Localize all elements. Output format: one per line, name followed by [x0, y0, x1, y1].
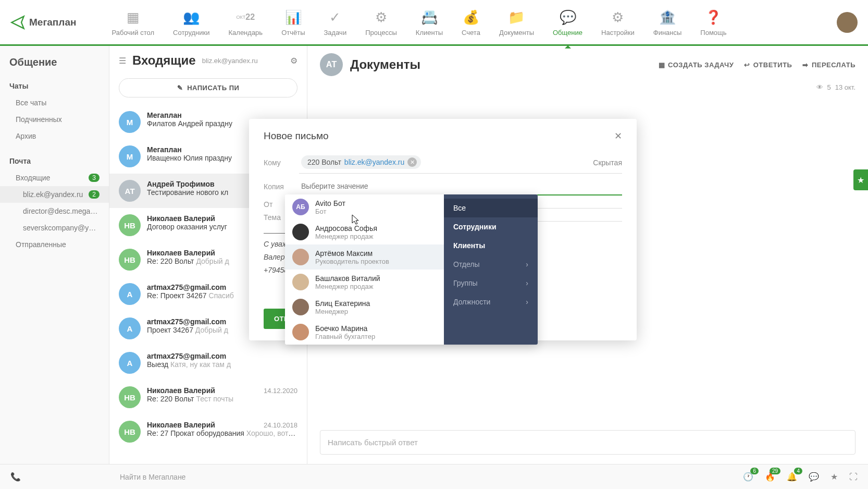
contact-item[interactable]: Андросова СофьяМенеджер продаж [285, 219, 444, 244]
mail-avatar: НВ [119, 214, 141, 236]
bcc-toggle[interactable]: Скрытая [593, 158, 622, 167]
sidebar-chat-item[interactable]: Архив [0, 128, 109, 144]
chevron-right-icon: › [526, 298, 528, 306]
mail-avatar: НВ [119, 386, 141, 408]
sidebar-mail-item[interactable]: bliz.ek@yandex.ru2 [0, 186, 109, 203]
remove-chip-icon[interactable]: ✕ [407, 157, 417, 167]
nav-icon: ▦ [123, 8, 142, 27]
expand-icon[interactable]: ⛶ [849, 472, 858, 482]
quick-reply-input[interactable]: Написать быстрый ответ [320, 430, 855, 455]
chevron-right-icon: › [526, 279, 528, 287]
eye-icon: 👁 [816, 83, 823, 91]
mail-avatar: А [119, 317, 141, 339]
nav-Счета[interactable]: 💰Счета [452, 4, 490, 41]
star-icon[interactable]: ★ [830, 472, 838, 482]
clock-icon[interactable]: 🕐6 [743, 472, 753, 482]
global-search[interactable]: Найти в Мегаплане [120, 473, 743, 481]
recipient-chip[interactable]: 220 Вольт bliz.ek@yandex.ru ✕ [301, 155, 421, 169]
mail-view-title: Документы [350, 57, 420, 72]
nav-Общение[interactable]: 💬Общение [543, 4, 592, 41]
contact-avatar [292, 274, 309, 290]
nav-icon: 📊 [284, 8, 303, 27]
nav-icon: ⚙ [609, 8, 627, 27]
category-item[interactable]: Сотрудники [444, 217, 538, 236]
nav-Процессы[interactable]: ⚙Процессы [356, 4, 406, 41]
nav-icon: 📇 [420, 8, 439, 27]
nav-Финансы[interactable]: 🏦Финансы [644, 4, 691, 41]
nav-Календарь[interactable]: ОКТ22Календарь [219, 4, 272, 41]
mail-list-subtitle: bliz.ek@yandex.ru [202, 57, 258, 65]
create-task-button[interactable]: ▦СОЗДАТЬ ЗАДАЧУ [659, 61, 734, 69]
user-avatar[interactable] [837, 12, 858, 33]
compose-label: НАПИСАТЬ ПИ [187, 84, 239, 92]
mail-view-stats: 👁5 13 окт. [307, 83, 868, 91]
compose-icon: ✎ [177, 84, 183, 92]
chevron-right-icon: › [526, 260, 528, 268]
nav-icon: 💰 [462, 8, 480, 27]
chat-icon[interactable]: 💬 [809, 472, 819, 482]
sidebar-title: Общение [0, 56, 109, 78]
category-item[interactable]: Должности› [444, 292, 538, 311]
category-item[interactable]: Все [444, 199, 538, 217]
contact-item[interactable]: Боечко МаринаГлавный бухгалтер [285, 320, 444, 345]
reply-icon: ↩ [744, 61, 750, 69]
compose-button[interactable]: ✎ НАПИСАТЬ ПИ [119, 78, 297, 97]
mail-item[interactable]: А artmax275@gmail.com Выезд Катя, ну как… [109, 346, 307, 380]
category-item[interactable]: Группы› [444, 274, 538, 292]
cc-field[interactable] [299, 178, 622, 195]
reply-button[interactable]: ↩ОТВЕТИТЬ [744, 61, 792, 69]
nav-icon: ✓ [326, 8, 344, 27]
contact-avatar: АБ [292, 199, 309, 215]
contact-item[interactable]: Башлаков ВиталийМенеджер продаж [285, 270, 444, 295]
nav-Документы[interactable]: 📁Документы [490, 4, 543, 41]
sidebar-chats-heading: Чаты [0, 78, 109, 94]
nav-Помощь[interactable]: ❓Помощь [691, 4, 736, 41]
nav-Задачи[interactable]: ✓Задачи [315, 4, 356, 41]
to-label: Кому [264, 158, 299, 167]
gear-icon[interactable]: ⚙ [290, 56, 297, 66]
menu-icon[interactable]: ☰ [119, 56, 126, 66]
nav-icon: ОКТ22 [236, 8, 255, 27]
nav-Настройки[interactable]: ⚙Настройки [592, 4, 644, 41]
mail-view-avatar: АТ [320, 53, 343, 76]
mail-avatar: НВ [119, 249, 141, 271]
sidebar-mail-item[interactable]: Отправленные [0, 236, 109, 253]
contact-dropdown: АБ Avito БотБот Андросова СофьяМенеджер … [285, 194, 538, 345]
mail-list-title: Входящие [132, 53, 196, 68]
favorites-tab[interactable]: ★ [853, 169, 868, 190]
category-item[interactable]: Отделы› [444, 255, 538, 274]
sidebar-mail-item[interactable]: director@desc.megaplan.ru [0, 203, 109, 219]
contact-avatar [292, 249, 309, 265]
contact-item[interactable]: Артёмов МаксимРуководитель проектов [285, 244, 444, 270]
contact-item[interactable]: АБ Avito БотБот [285, 194, 444, 219]
logo[interactable]: Мегаплан [10, 15, 76, 30]
contact-item[interactable]: Блиц ЕкатеринаМенеджер [285, 295, 444, 320]
sidebar-chat-item[interactable]: Все чаты [0, 94, 109, 111]
mail-item[interactable]: НВ Николаев Валерий24.10.2018 Re: 27 Про… [109, 414, 307, 449]
close-icon[interactable]: ✕ [614, 130, 622, 142]
bell-icon[interactable]: 🔔4 [787, 472, 797, 482]
mail-avatar: НВ [119, 421, 141, 443]
nav-Сотрудники[interactable]: 👥Сотрудники [164, 4, 219, 41]
nav-Клиенты[interactable]: 📇Клиенты [406, 4, 452, 41]
to-field[interactable]: 220 Вольт bliz.ek@yandex.ru ✕ [299, 151, 622, 174]
mail-item[interactable]: НВ Николаев Валерий14.12.2020 Re: 220 Во… [109, 380, 307, 414]
nav-icon: 📁 [507, 8, 526, 27]
logo-text: Мегаплан [29, 17, 76, 28]
phone-icon[interactable]: 📞 [10, 472, 21, 482]
fire-icon[interactable]: 🔥29 [765, 472, 775, 482]
forward-button[interactable]: ➡ПЕРЕСЛАТЬ [802, 61, 855, 69]
bottom-bar: 📞 Найти в Мегаплане 🕐6 🔥29 🔔4 💬 ★ ⛶ [0, 464, 868, 489]
nav-Рабочий стол[interactable]: ▦Рабочий стол [102, 4, 164, 41]
sidebar-chat-item[interactable]: Подчиненных [0, 111, 109, 128]
mail-avatar: М [119, 145, 141, 167]
contact-avatar [292, 224, 309, 240]
nav-icon: 👥 [182, 8, 201, 27]
app-header: Мегаплан ▦Рабочий стол👥СотрудникиОКТ22Ка… [0, 0, 868, 46]
nav-icon: 🏦 [658, 8, 677, 27]
category-item[interactable]: Клиенты [444, 236, 538, 255]
main-nav: ▦Рабочий стол👥СотрудникиОКТ22Календарь📊О… [102, 4, 837, 41]
sidebar-mail-item[interactable]: severskcompany@yandex.ru [0, 219, 109, 236]
sidebar-mail-item[interactable]: Входящие3 [0, 169, 109, 186]
nav-Отчёты[interactable]: 📊Отчёты [272, 4, 314, 41]
